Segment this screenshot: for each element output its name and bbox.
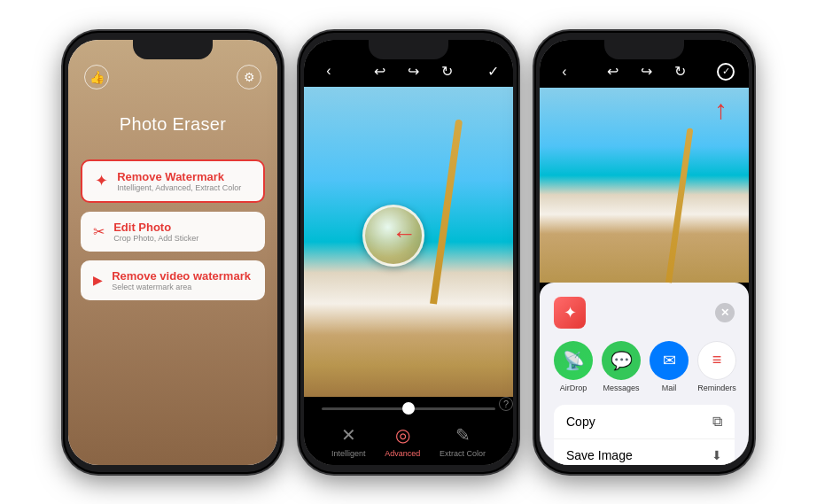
back-icon-p2[interactable]: ‹ <box>318 63 339 79</box>
share-sheet: ✦ ✕ 📡 AirDrop 💬 <box>540 283 749 465</box>
redo-icon-p3[interactable]: ↪ <box>635 63 657 80</box>
redo-icon-p2[interactable]: ↪ <box>403 63 424 80</box>
edit-photo-icon: ✂ <box>93 223 105 240</box>
refresh-icon-p3[interactable]: ↻ <box>669 63 690 80</box>
intelligent-label: Intelligent <box>331 449 366 458</box>
remove-video-subtitle: Select watermark area <box>112 283 251 291</box>
gear-icon[interactable]: ⚙ <box>237 65 261 89</box>
close-share-button[interactable]: ✕ <box>715 303 735 322</box>
undo-icon-p2[interactable]: ↩ <box>370 63 391 80</box>
remove-watermark-icon: ✦ <box>95 171 108 190</box>
undo-icon-p3[interactable]: ↩ <box>602 63 623 80</box>
reminders-bubble: ≡ <box>697 341 736 380</box>
tool-advanced[interactable]: ◎ Advanced <box>385 424 420 458</box>
phone-2: ‹ ↩ ↪ ↻ ✓ ← <box>299 31 518 474</box>
tool-intelligent[interactable]: ✕ Intelligent <box>331 424 366 458</box>
mail-label: Mail <box>662 384 677 392</box>
copy-label: Copy <box>566 415 595 429</box>
reminders-label: Reminders <box>697 384 736 392</box>
app-title: Photo Eraser <box>120 114 226 135</box>
airdrop-share[interactable]: 📡 AirDrop <box>554 341 593 392</box>
remove-watermark-text: Remove Watermark Intelligent, Advanced, … <box>117 170 241 192</box>
nav-icons-group-p3: ↩ ↪ ↻ <box>602 63 690 80</box>
thumbsup-icon[interactable]: 👍 <box>84 65 109 89</box>
phones-container: 👍 ⚙ Photo Eraser ✦ Remove Watermark Inte… <box>45 13 772 492</box>
messages-share[interactable]: 💬 Messages <box>602 341 641 392</box>
remove-video-title: Remove video watermark <box>112 269 251 283</box>
save-image-action[interactable]: Save Image ⬇ <box>554 439 735 465</box>
share-apps-row: 📡 AirDrop 💬 Messages ✉ <box>554 341 735 392</box>
menu-item-edit-photo[interactable]: ✂ Edit Photo Crop Photo, Add Sticker <box>81 212 265 252</box>
refresh-icon-p2[interactable]: ↻ <box>437 63 458 80</box>
menu-item-remove-video[interactable]: ▶ Remove video watermark Select watermar… <box>81 260 265 300</box>
advanced-label: Advanced <box>385 449 420 458</box>
check-icon-p3[interactable]: ✓ <box>717 63 735 81</box>
remove-video-text: Remove video watermark Select watermark … <box>112 269 251 291</box>
mail-bubble: ✉ <box>650 341 689 380</box>
save-image-icon: ⬇ <box>712 448 722 462</box>
airdrop-label: AirDrop <box>560 384 587 392</box>
red-arrow-p2: ← <box>392 220 416 248</box>
notch-3 <box>604 40 684 59</box>
progress-bar[interactable] <box>322 407 495 410</box>
extract-color-icon: ✎ <box>455 424 471 446</box>
phone-3: ‹ ↩ ↪ ↻ ✓ ↑ <box>534 31 754 474</box>
notch-1 <box>133 40 213 59</box>
phone2-canvas[interactable]: ← <box>304 87 513 397</box>
phone2-bottom-bar: ? ✕ Intelligent ◎ Advanced ✎ <box>304 397 513 465</box>
phone-3-screen: ‹ ↩ ↪ ↻ ✓ ↑ <box>540 40 749 465</box>
phone-1-screen: 👍 ⚙ Photo Eraser ✦ Remove Watermark Inte… <box>68 40 277 465</box>
nav-icons-group-p2: ↩ ↪ ↻ <box>370 63 458 80</box>
phone-1: 👍 ⚙ Photo Eraser ✦ Remove Watermark Inte… <box>63 31 283 474</box>
phone3-canvas: ↑ <box>540 88 749 283</box>
check-icon-p2[interactable]: ✓ <box>487 63 499 80</box>
menu-items-list: ✦ Remove Watermark Intelligent, Advanced… <box>81 159 265 300</box>
remove-watermark-subtitle: Intelligent, Advanced, Extract Color <box>117 183 241 192</box>
copy-action[interactable]: Copy ⧉ <box>554 405 735 439</box>
edit-photo-title: Edit Photo <box>113 221 198 234</box>
edit-photo-text: Edit Photo Crop Photo, Add Sticker <box>113 221 198 243</box>
tool-extract-color[interactable]: ✎ Extract Color <box>440 424 486 458</box>
share-header: ✦ ✕ <box>554 297 735 329</box>
phone1-app-screen: 👍 ⚙ Photo Eraser ✦ Remove Watermark Inte… <box>68 40 277 465</box>
help-badge[interactable]: ? <box>499 397 513 411</box>
progress-thumb[interactable] <box>402 402 415 415</box>
mail-share[interactable]: ✉ Mail <box>650 341 689 392</box>
phone2-tools: ✕ Intelligent ◎ Advanced ✎ Extract Color <box>304 421 513 458</box>
menu-item-remove-watermark[interactable]: ✦ Remove Watermark Intelligent, Advanced… <box>81 159 265 203</box>
advanced-icon: ◎ <box>395 424 410 446</box>
share-actions: Copy ⧉ Save Image ⬇ Add to Shared Album … <box>554 405 735 465</box>
phone3-app-screen: ‹ ↩ ↪ ↻ ✓ ↑ <box>540 40 749 465</box>
phone-2-screen: ‹ ↩ ↪ ↻ ✓ ← <box>304 40 513 465</box>
intelligent-icon: ✕ <box>341 424 356 446</box>
edit-photo-subtitle: Crop Photo, Add Sticker <box>113 234 198 243</box>
extract-color-label: Extract Color <box>440 449 486 458</box>
red-arrow-p3: ↑ <box>714 97 728 123</box>
airdrop-bubble: 📡 <box>554 341 593 380</box>
app-icon: ✦ <box>554 297 586 329</box>
phone2-app-screen: ‹ ↩ ↪ ↻ ✓ ← <box>304 40 513 465</box>
reminders-share[interactable]: ≡ Reminders <box>697 341 736 392</box>
remove-watermark-title: Remove Watermark <box>117 170 241 183</box>
messages-bubble: 💬 <box>602 341 641 380</box>
copy-icon: ⧉ <box>712 414 722 430</box>
notch-2 <box>369 40 448 59</box>
remove-video-icon: ▶ <box>93 273 103 287</box>
messages-label: Messages <box>603 384 639 392</box>
back-icon-p3[interactable]: ‹ <box>554 64 575 80</box>
save-image-label: Save Image <box>566 448 633 462</box>
